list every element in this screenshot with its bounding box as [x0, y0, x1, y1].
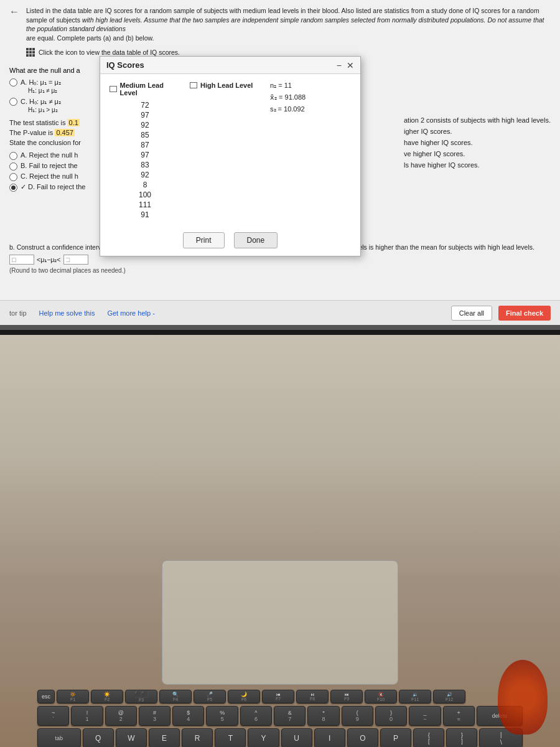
key-minus[interactable]: _− [409, 706, 441, 726]
clear-all-button[interactable]: Clear all [451, 306, 492, 321]
list-item: 100 [110, 190, 180, 200]
radio-conc-a[interactable] [9, 152, 17, 160]
toolbar-right: Clear all Final check [451, 306, 551, 321]
key-p[interactable]: P [380, 728, 411, 747]
dialog-minimize-button[interactable]: − [337, 61, 342, 70]
key-f11[interactable]: 🔉F11 [399, 690, 431, 703]
dialog-footer: Print Done [100, 227, 360, 256]
list-item: 83 [110, 160, 180, 170]
back-arrow[interactable]: ← [9, 6, 19, 17]
dialog-close-button[interactable]: ✕ [347, 61, 354, 70]
key-f2[interactable]: ☀️F2 [91, 690, 123, 703]
right-conc-c: ve higher IQ scores. [404, 150, 551, 157]
grid-icon[interactable] [26, 48, 35, 57]
key-lbracket[interactable]: {[ [413, 728, 444, 747]
key-f12[interactable]: 🔊F12 [433, 690, 465, 703]
key-t[interactable]: T [215, 728, 246, 747]
stat-n2: n₂ = 11 [270, 82, 351, 90]
iq-scores-dialog: IQ Scores − ✕ Medium Lead Level 72 97 92… [100, 56, 361, 256]
key-esc[interactable]: esc [37, 690, 55, 703]
high-lead-icon [190, 82, 197, 88]
touchpad[interactable] [162, 560, 398, 685]
key-rbracket[interactable]: }] [446, 728, 477, 747]
done-button[interactable]: Done [234, 232, 278, 248]
more-help-link[interactable]: Get more help - [107, 309, 154, 317]
list-item: 97 [110, 150, 180, 160]
final-check-button[interactable]: Final check [498, 306, 551, 321]
stat-s2: s₂ = 10.092 [270, 105, 351, 113]
dialog-titlebar: IQ Scores − ✕ [100, 57, 360, 74]
key-5[interactable]: %5 [206, 706, 238, 726]
label-a: A. H₀: μ₁ = μ₂ [21, 78, 61, 86]
key-r[interactable]: R [182, 728, 213, 747]
key-u[interactable]: U [281, 728, 312, 747]
key-f9[interactable]: ⏭F9 [330, 690, 363, 703]
medium-lead-icon [110, 86, 117, 92]
key-i[interactable]: I [314, 728, 345, 747]
keyboard-bezel: MacBook Air esc 🔅F1 ☀️F2 ⬛⬛F3 🔍F4 🎤F5 🌙F… [0, 335, 560, 747]
key-equal[interactable]: += [443, 706, 475, 726]
label-c: C. H₀: μ₁ ≠ μ₂ [21, 98, 61, 105]
key-9[interactable]: (9 [342, 706, 373, 726]
right-conc-b: have higher IQ scores. [404, 139, 551, 146]
test-stat-value: 0.1 [68, 119, 80, 126]
right-conc-d: ls have higher IQ scores. [404, 161, 551, 169]
medium-data-list: 72 97 92 85 87 97 83 92 8 100 111 91 [110, 100, 180, 220]
list-item: 92 [110, 170, 180, 180]
key-7[interactable]: &7 [274, 706, 306, 726]
key-q[interactable]: Q [83, 728, 114, 747]
key-e[interactable]: E [149, 728, 180, 747]
key-tilde[interactable]: ~` [37, 706, 69, 726]
key-2[interactable]: @2 [105, 706, 137, 726]
medium-lead-column: Medium Lead Level 72 97 92 85 87 97 83 9… [110, 82, 180, 220]
right-text-1: ation 2 consists of subjects with high l… [404, 116, 551, 124]
high-lead-header: High Lead Level [190, 82, 261, 89]
key-6[interactable]: ^6 [240, 706, 272, 726]
key-f3[interactable]: ⬛⬛F3 [125, 690, 157, 703]
list-item: 8 [110, 180, 180, 190]
radio-a[interactable] [9, 78, 17, 87]
radio-c[interactable] [9, 98, 17, 106]
key-f6[interactable]: 🌙F6 [228, 690, 260, 703]
key-w[interactable]: W [116, 728, 147, 747]
medium-lead-header: Medium Lead Level [110, 82, 180, 96]
key-0[interactable]: )0 [375, 706, 407, 726]
sub-c: H₁: μ₁ > μ₂ [28, 106, 61, 114]
ci-lower-input[interactable] [9, 255, 34, 265]
key-o[interactable]: O [347, 728, 378, 747]
key-f4[interactable]: 🔍F4 [159, 690, 192, 703]
stats-column: n₂ = 11 x̄₂ = 91.088 s₂ = 10.092 [270, 82, 351, 220]
keyboard-container: esc 🔅F1 ☀️F2 ⬛⬛F3 🔍F4 🎤F5 🌙F6 ⏮F7 ⏯F8 ⏭F… [37, 690, 523, 747]
conc-label-b: B. Fail to reject the [21, 162, 78, 169]
key-3[interactable]: #3 [139, 706, 170, 726]
list-item: 111 [110, 200, 180, 210]
right-panel: ation 2 consists of subjects with high l… [404, 116, 551, 194]
pvalue-value: 0.457 [55, 129, 75, 136]
sub-a: H₁: μ₁ ≠ μ₂ [28, 87, 61, 95]
key-1[interactable]: !1 [71, 706, 103, 726]
key-4[interactable]: $4 [172, 706, 204, 726]
ci-upper-input[interactable] [63, 255, 88, 265]
conc-label-d: ✓ D. Fail to reject the [21, 183, 85, 191]
list-item: 72 [110, 100, 180, 110]
dialog-title: IQ Scores [106, 60, 144, 70]
radio-conc-d[interactable] [9, 184, 17, 192]
key-f5[interactable]: 🎤F5 [194, 690, 226, 703]
key-8[interactable]: *8 [307, 706, 339, 726]
screen-area: ← Listed in the data table are IQ scores… [0, 0, 560, 330]
key-f10[interactable]: 🔇F10 [365, 690, 397, 703]
decorative-element [498, 660, 548, 735]
qwerty-row: tab Q W E R T Y U I O P {[ }] |\ [37, 728, 523, 747]
key-f7[interactable]: ⏮F7 [262, 690, 294, 703]
radio-conc-b[interactable] [9, 162, 17, 171]
conc-label-c: C. Reject the null h [21, 172, 78, 180]
radio-conc-c[interactable] [9, 173, 17, 181]
key-tab[interactable]: tab [37, 728, 81, 747]
bottom-toolbar: tor tip Help me solve this Get more help… [0, 300, 560, 325]
list-item: 87 [110, 140, 180, 150]
key-f8[interactable]: ⏯F8 [296, 690, 329, 703]
print-button[interactable]: Print [183, 232, 225, 248]
key-y[interactable]: Y [248, 728, 279, 747]
key-f1[interactable]: 🔅F1 [57, 690, 89, 703]
help-solve-link[interactable]: Help me solve this [39, 309, 95, 317]
